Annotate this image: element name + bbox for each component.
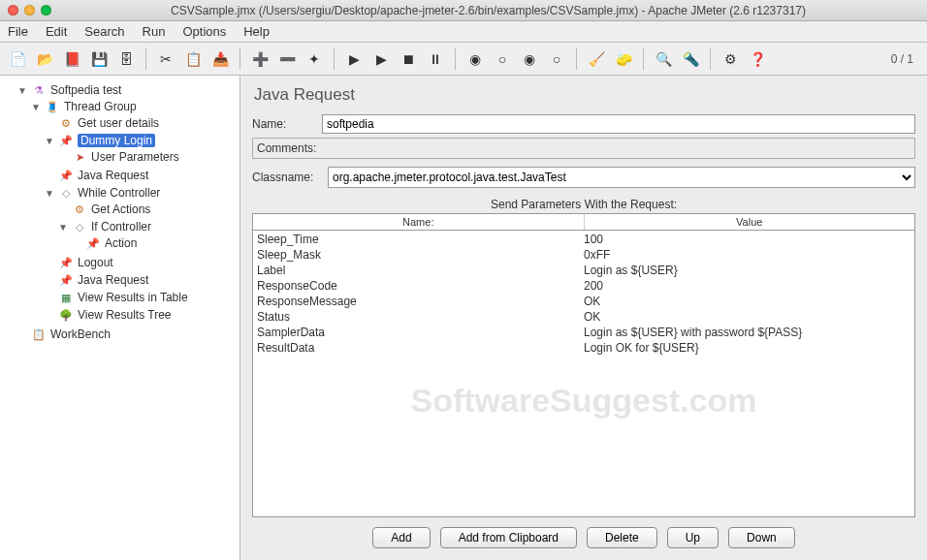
menu-run[interactable]: Run bbox=[143, 24, 166, 39]
tree-item[interactable]: ▼◇If Controller bbox=[56, 219, 238, 234]
tree-item[interactable]: 📌Java Request bbox=[43, 168, 238, 183]
gear-icon: ⚙ bbox=[58, 116, 74, 130]
toolbar-expand-button[interactable]: ➕ bbox=[248, 47, 272, 71]
toolbar-remote-start-button[interactable]: ○ bbox=[491, 47, 514, 71]
up-button[interactable]: Up bbox=[667, 527, 719, 548]
panel-title: Java Request bbox=[254, 85, 921, 105]
toolbar-close-button[interactable]: 📕 bbox=[60, 47, 83, 71]
toolbar-remote-start-all-button[interactable]: ◉ bbox=[464, 47, 487, 71]
cell-value: OK bbox=[584, 294, 911, 309]
tree-item[interactable]: 📌Logout bbox=[43, 255, 238, 270]
probe-icon: 📌 bbox=[58, 273, 74, 287]
cell-value: 0xFF bbox=[584, 247, 911, 263]
close-icon[interactable] bbox=[8, 5, 18, 16]
cell-value: Login as ${USER} bbox=[584, 263, 911, 278]
tree-item[interactable]: ⚙Get Actions bbox=[56, 202, 238, 217]
tree-item-label: Softpedia test bbox=[50, 83, 121, 97]
tree-item-label: If Controller bbox=[91, 220, 151, 233]
tree-item-label: Java Request bbox=[78, 169, 148, 182]
tree-item[interactable]: ▦View Results in Table bbox=[43, 290, 238, 305]
bench-icon: 📋 bbox=[31, 327, 47, 341]
table-row[interactable]: ResponseCode200 bbox=[253, 278, 914, 294]
table-row[interactable]: StatusOK bbox=[253, 309, 914, 325]
cell-value: Login OK for ${USER} bbox=[584, 340, 911, 356]
probe-icon: 📌 bbox=[58, 134, 74, 147]
menu-help[interactable]: Help bbox=[243, 24, 270, 39]
table-row[interactable]: LabelLogin as ${USER} bbox=[253, 263, 914, 278]
maximize-icon[interactable] bbox=[41, 5, 51, 16]
toolbar-copy-button[interactable]: 📋 bbox=[181, 47, 205, 71]
tree-item[interactable]: 📋WorkBench bbox=[16, 327, 238, 342]
tree-item[interactable]: ▼⚗Softpedia test bbox=[16, 82, 238, 98]
expand-toggle-icon[interactable]: ▼ bbox=[45, 188, 54, 199]
minimize-icon[interactable] bbox=[24, 5, 35, 16]
toolbar-save-as-button[interactable]: 🗄 bbox=[114, 47, 138, 71]
cell-value: 100 bbox=[584, 232, 911, 247]
toolbar-toggle-button[interactable]: ✦ bbox=[303, 47, 326, 71]
toolbar-shutdown-button[interactable]: ⏸ bbox=[424, 47, 447, 71]
table-row[interactable]: SamplerDataLogin as ${USER} with passwor… bbox=[253, 325, 914, 340]
table-row[interactable]: Sleep_Mask0xFF bbox=[253, 247, 914, 263]
toolbar-function-button[interactable]: ⚙ bbox=[719, 47, 742, 71]
tree-item[interactable]: ⚙Get user details bbox=[43, 115, 238, 131]
add-button[interactable]: Add bbox=[372, 527, 430, 548]
toolbar-remote-stop-button[interactable]: ○ bbox=[545, 47, 568, 71]
expand-toggle-icon[interactable]: ▼ bbox=[31, 102, 41, 112]
tree-item-label: Get user details bbox=[78, 116, 159, 130]
down-button[interactable]: Down bbox=[728, 527, 795, 548]
name-label: Name: bbox=[252, 117, 322, 131]
params-title: Send Parameters With the Request: bbox=[246, 198, 921, 211]
probe-icon: 📌 bbox=[85, 236, 101, 250]
menu-options[interactable]: Options bbox=[182, 24, 226, 39]
tree-item[interactable]: 📌Action bbox=[70, 235, 238, 251]
toolbar-cut-button[interactable]: ✂ bbox=[154, 47, 177, 71]
params-table[interactable]: Name: Value Sleep_Time100Sleep_Mask0xFFL… bbox=[252, 213, 915, 517]
tree-item-label: Action bbox=[105, 236, 137, 250]
toolbar-separator bbox=[334, 48, 335, 70]
toolbar-separator bbox=[240, 48, 240, 70]
table-row[interactable]: ResultDataLogin OK for ${USER} bbox=[253, 340, 914, 356]
tree-item[interactable]: ▼◇While Controller bbox=[43, 185, 238, 201]
expand-toggle-icon[interactable]: ▼ bbox=[17, 85, 27, 96]
tree-item-label: Get Actions bbox=[91, 202, 150, 216]
toolbar-clear-button[interactable]: 🧹 bbox=[585, 47, 608, 71]
toolbar-stop-button[interactable]: ⏹ bbox=[397, 47, 420, 71]
table-row[interactable]: ResponseMessageOK bbox=[253, 294, 914, 309]
add-clipboard-button[interactable]: Add from Clipboard bbox=[440, 527, 577, 548]
toolbar-open-button[interactable]: 📂 bbox=[33, 47, 56, 71]
comments-field[interactable]: Comments: bbox=[252, 138, 915, 159]
expand-toggle-icon[interactable]: ▼ bbox=[58, 222, 68, 233]
name-input[interactable] bbox=[322, 114, 915, 134]
tree-item[interactable]: 🌳View Results Tree bbox=[43, 307, 238, 323]
toolbar-help-button[interactable]: ❓ bbox=[746, 47, 769, 71]
menu-search[interactable]: Search bbox=[84, 24, 124, 39]
menu-file[interactable]: File bbox=[8, 24, 28, 39]
classname-select[interactable]: org.apache.jmeter.protocol.java.test.Jav… bbox=[328, 167, 915, 188]
toolbar-new-button[interactable]: 📄 bbox=[6, 47, 29, 71]
toolbar-save-button[interactable]: 💾 bbox=[87, 47, 111, 71]
tree-item[interactable]: ➤User Parameters bbox=[56, 149, 238, 165]
toolbar-run-button[interactable]: ▶ bbox=[342, 47, 366, 71]
tree-item-label: Logout bbox=[78, 256, 113, 269]
test-plan-tree[interactable]: ▼⚗Softpedia test▼🧵Thread Group⚙Get user … bbox=[0, 76, 240, 560]
probe-icon: 📌 bbox=[58, 256, 74, 269]
toolbar-search-reset-button[interactable]: 🔦 bbox=[679, 47, 702, 71]
toolbar-separator bbox=[576, 48, 577, 70]
toolbar-collapse-button[interactable]: ➖ bbox=[275, 47, 299, 71]
expand-toggle-icon[interactable]: ▼ bbox=[45, 136, 54, 146]
tree-item[interactable]: ▼📌Dummy Login bbox=[43, 133, 238, 148]
menu-edit[interactable]: Edit bbox=[46, 24, 67, 39]
table-icon: ▦ bbox=[58, 291, 74, 304]
flask-icon: ⚗ bbox=[31, 83, 47, 97]
toolbar-separator bbox=[643, 48, 644, 70]
tree-item[interactable]: ▼🧵Thread Group bbox=[29, 99, 238, 114]
delete-button[interactable]: Delete bbox=[587, 527, 657, 548]
toolbar-clear-all-button[interactable]: 🧽 bbox=[612, 47, 635, 71]
toolbar-run-no-button[interactable]: ▶ bbox=[369, 47, 393, 71]
toolbar-search-button[interactable]: 🔍 bbox=[652, 47, 675, 71]
toolbar-remote-stop-all-button[interactable]: ◉ bbox=[518, 47, 541, 71]
toolbar-paste-button[interactable]: 📥 bbox=[208, 47, 232, 71]
tree-item[interactable]: 📌Java Request bbox=[43, 272, 238, 288]
tree-item-label: Dummy Login bbox=[78, 134, 155, 147]
table-row[interactable]: Sleep_Time100 bbox=[253, 232, 914, 247]
